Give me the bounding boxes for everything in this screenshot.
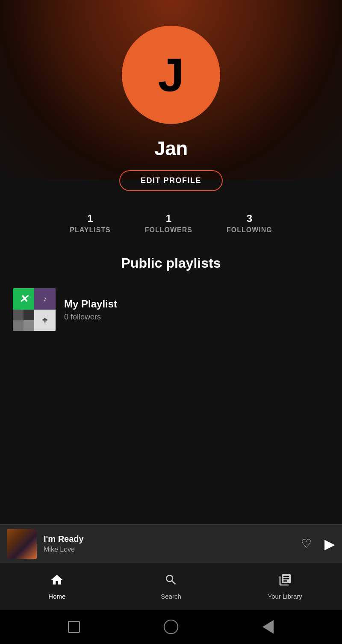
followers-label: FOLLOWERS: [145, 226, 192, 234]
recent-apps-icon: [68, 621, 80, 633]
following-count: 3: [247, 213, 252, 225]
playlist-artwork: ✕ ♪ ÷: [13, 288, 56, 331]
play-button[interactable]: ▶: [324, 536, 335, 552]
nav-search[interactable]: Search: [114, 573, 228, 600]
stat-followers[interactable]: 1 FOLLOWERS: [145, 213, 192, 234]
library-icon: [278, 573, 292, 590]
artwork-cell-1: ✕: [13, 288, 34, 310]
now-playing-info: I'm Ready Mike Love: [44, 534, 294, 553]
playlist-item[interactable]: ✕ ♪ ÷ My Playlist 0 followers: [13, 284, 329, 335]
artwork-cell-3: [13, 310, 34, 331]
stat-playlists[interactable]: 1 PLAYLISTS: [70, 213, 111, 234]
now-playing-title: I'm Ready: [44, 534, 294, 544]
now-playing-controls: ♡ ▶: [301, 536, 335, 552]
home-icon: [50, 573, 64, 590]
nav-search-label: Search: [161, 593, 181, 600]
like-button[interactable]: ♡: [301, 537, 312, 551]
playlists-section-title: Public playlists: [13, 255, 329, 271]
nav-library-label: Your Library: [268, 593, 302, 600]
bottom-nav: Home Search Your Library: [0, 563, 342, 610]
stat-following[interactable]: 3 FOLLOWING: [227, 213, 272, 234]
now-playing-artwork: [7, 529, 37, 559]
profile-section: J Jan EDIT PROFILE: [0, 0, 342, 213]
nav-library[interactable]: Your Library: [228, 573, 342, 600]
now-playing-bar[interactable]: I'm Ready Mike Love ♡ ▶: [0, 524, 342, 563]
recent-apps-button[interactable]: [66, 619, 82, 635]
back-icon: [262, 620, 274, 634]
now-playing-artwork-inner: [7, 529, 37, 559]
artwork-cell-4: ÷: [34, 310, 56, 331]
playlists-count: 1: [87, 213, 93, 225]
stats-row: 1 PLAYLISTS 1 FOLLOWERS 3 FOLLOWING: [0, 213, 342, 234]
playlist-followers: 0 followers: [64, 313, 117, 322]
following-label: FOLLOWING: [227, 226, 272, 234]
avatar[interactable]: J: [122, 26, 220, 124]
playlist-info: My Playlist 0 followers: [64, 298, 117, 322]
now-playing-artist: Mike Love: [44, 546, 294, 553]
playlists-label: PLAYLISTS: [70, 226, 111, 234]
system-nav: [0, 610, 342, 644]
edit-profile-button[interactable]: EDIT PROFILE: [119, 170, 223, 191]
back-button[interactable]: [260, 619, 276, 635]
playlists-section: Public playlists ✕ ♪ ÷ My Playlist 0 fol…: [0, 255, 342, 335]
followers-count: 1: [166, 213, 171, 225]
home-system-icon: [164, 620, 178, 634]
nav-home[interactable]: Home: [0, 573, 114, 600]
avatar-letter: J: [158, 51, 184, 98]
home-system-button[interactable]: [163, 619, 179, 635]
artwork-cell-2: ♪: [34, 288, 56, 310]
nav-home-label: Home: [48, 593, 65, 600]
search-icon: [164, 573, 178, 590]
playlist-name: My Playlist: [64, 298, 117, 310]
username: Jan: [154, 137, 188, 160]
